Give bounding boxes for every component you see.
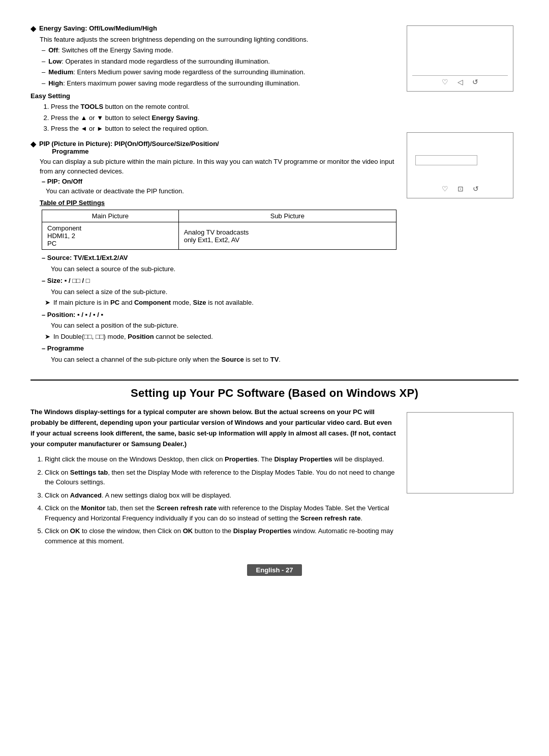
dash-s: – Source: TV/Ext.1/Ext.2/AV — [42, 253, 128, 263]
bottom-left: The Windows display-settings for a typic… — [30, 407, 396, 549]
pip-main-picture: ComponentHDMI1, 2PC — [42, 222, 179, 250]
pip-table: Main Picture Sub Picture ComponentHDMI1,… — [42, 210, 396, 250]
pip-table-header-main: Main Picture — [42, 210, 179, 222]
section-divider — [30, 380, 518, 381]
pip-size: – Size: ▪ / □□ / □ — [42, 276, 396, 286]
pip-title: PIP (Picture in Picture): PIP(On/Off)/So… — [39, 140, 219, 155]
dash-symbol: – — [42, 78, 45, 89]
easy-setting-title: Easy Setting — [30, 92, 396, 100]
step-3: Press the ◄ or ► button to select the re… — [51, 124, 396, 134]
easy-setting-steps: Press the TOOLS button on the remote con… — [51, 102, 396, 134]
pip-size-note: ➤ If main picture is in PC and Component… — [45, 298, 396, 308]
arrow-right: ➤ — [45, 298, 50, 308]
dash-sz: – Size: ▪ / □□ / □ — [42, 276, 90, 286]
pip-table-title: Table of PIP Settings — [40, 199, 396, 207]
energy-item-low: – Low: Operates in standard mode regardl… — [42, 56, 396, 67]
pip-position-note: ➤ In Double(□□, □□) mode, Position canno… — [45, 332, 396, 342]
energy-low-text: Low: Operates in standard mode regardles… — [48, 56, 270, 67]
diamond-icon-2: ◆ — [30, 140, 36, 149]
screen-icon: ◁ — [458, 78, 463, 86]
energy-item-high: – High: Enters maximum power saving mode… — [42, 78, 396, 89]
energy-saving-desc: This feature adjusts the screen brightne… — [40, 35, 396, 45]
img-inner-box — [415, 155, 477, 165]
pip-table-row: ComponentHDMI1, 2PC Analog TV broadcasts… — [42, 222, 396, 250]
image-box-3 — [407, 412, 513, 493]
step-1: Press the TOOLS button on the remote con… — [51, 102, 396, 112]
pip-position-note-text: In Double(□□, □□) mode, Position cannot … — [53, 332, 213, 342]
page-content: ◆ Energy Saving: Off/Low/Medium/High Thi… — [30, 20, 518, 576]
image-box-2: ♡ ⊡ ↺ — [407, 132, 513, 198]
image-box-1: ♡ ◁ ↺ — [407, 25, 513, 92]
windows-intro: The Windows display-settings for a typic… — [30, 407, 396, 449]
win-step-3: Click on Advanced. A new settings dialog… — [45, 490, 396, 501]
right-column: ♡ ◁ ↺ ♡ ⊡ ↺ — [407, 20, 518, 365]
bottom-right — [407, 407, 518, 549]
pip-on-off-desc: You can activate or deactivate the PIP f… — [46, 186, 396, 196]
energy-item-medium: – Medium: Enters Medium power saving mod… — [42, 67, 396, 77]
win-step-4: Click on the Monitor tab, then set the S… — [45, 503, 396, 523]
energy-off-text: Off: Switches off the Energy Saving mode… — [48, 45, 173, 55]
energy-high-text: High: Enters maximum power saving mode r… — [48, 78, 300, 89]
win-step-5: Click on OK to close the window, then Cl… — [45, 526, 396, 546]
dash-symbol: – — [42, 45, 45, 55]
arrow-right-2: ➤ — [45, 332, 50, 342]
top-section: ◆ Energy Saving: Off/Low/Medium/High Thi… — [30, 20, 518, 365]
footer: English - 27 — [30, 564, 518, 576]
win-step-1: Right click the mouse on the Windows Des… — [45, 454, 396, 464]
refresh-icon: ↺ — [472, 78, 478, 86]
img-icons-1: ♡ ◁ ↺ — [412, 78, 508, 88]
windows-steps: Right click the mouse on the Windows Des… — [45, 454, 396, 546]
dash-symbol: – — [42, 56, 45, 67]
heart-icon-2: ♡ — [442, 185, 448, 193]
pip-heading: ◆ PIP (Picture in Picture): PIP(On/Off)/… — [30, 140, 396, 155]
pip-sub-picture: Analog TV broadcastsonly Ext1, Ext2, AV — [178, 222, 396, 250]
dash-prog: – Programme — [42, 343, 84, 354]
img-line-1 — [412, 75, 508, 76]
energy-item-off: – Off: Switches off the Energy Saving mo… — [42, 45, 396, 55]
left-column: ◆ Energy Saving: Off/Low/Medium/High Thi… — [30, 20, 396, 365]
energy-saving-title: Energy Saving: Off/Low/Medium/High — [39, 24, 157, 32]
img-icons-2: ♡ ⊡ ↺ — [412, 185, 508, 195]
dash-symbol: – — [42, 67, 45, 77]
pip-on-off: – PIP: On/Off — [42, 178, 396, 185]
win-step-2: Click on Settings tab, then set the Disp… — [45, 468, 396, 487]
energy-medium-text: Medium: Enters Medium power saving mode … — [48, 67, 305, 77]
pip-size-note-text: If main picture is in PC and Component m… — [53, 298, 254, 308]
pip-desc: You can display a sub picture within the… — [40, 157, 396, 177]
dash-pos: – Position: ▪ / ▪ / ▪ / ▪ — [42, 310, 103, 320]
pip-source: – Source: TV/Ext.1/Ext.2/AV — [42, 253, 396, 263]
pip-source-desc: You can select a source of the sub-pictu… — [51, 264, 396, 274]
pip-position: – Position: ▪ / ▪ / ▪ / ▪ — [42, 310, 396, 320]
windows-xp-title: Setting up Your PC Software (Based on Wi… — [30, 387, 518, 400]
page-number-badge: English - 27 — [247, 564, 302, 576]
pip-preview-icon: ⊡ — [458, 185, 464, 193]
pip-position-desc: You can select a position of the sub-pic… — [51, 321, 396, 331]
pip-table-header-sub: Sub Picture — [178, 210, 396, 222]
pip-programme: – Programme — [42, 343, 396, 354]
refresh-icon-2: ↺ — [473, 185, 479, 193]
energy-saving-heading: ◆ Energy Saving: Off/Low/Medium/High — [30, 24, 396, 33]
diamond-icon: ◆ — [30, 24, 36, 33]
pip-programme-desc: You can select a channel of the sub-pict… — [51, 355, 396, 365]
pip-size-desc: You can select a size of the sub-picture… — [51, 287, 396, 297]
bottom-section: The Windows display-settings for a typic… — [30, 407, 518, 549]
heart-icon: ♡ — [442, 78, 448, 86]
step-2: Press the ▲ or ▼ button to select Energy… — [51, 113, 396, 123]
